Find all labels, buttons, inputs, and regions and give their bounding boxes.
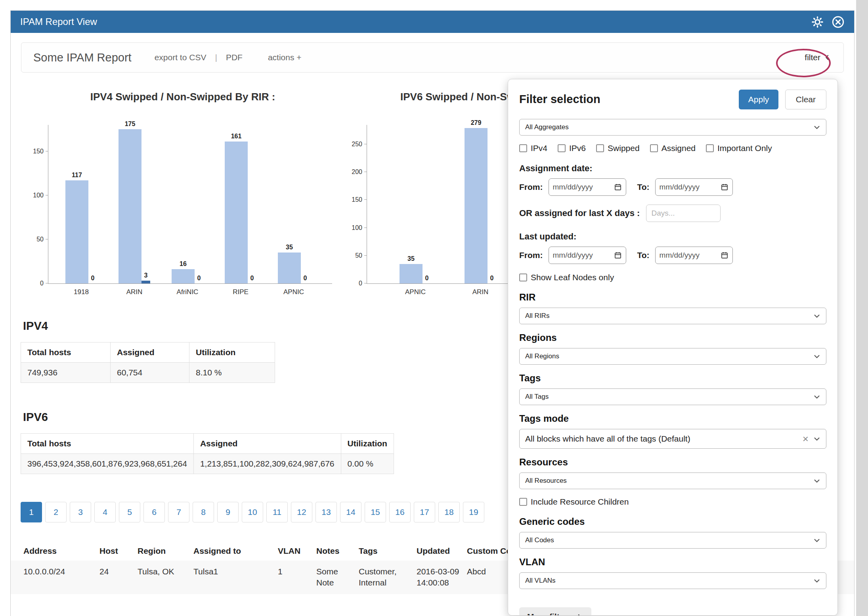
page-button-10[interactable]: 10 <box>242 502 263 522</box>
page-button-13[interactable]: 13 <box>315 502 337 522</box>
checkbox-label: Show Leaf Nodes only <box>531 273 614 282</box>
y-tick-mark <box>364 144 367 144</box>
page-button-1[interactable]: 1 <box>21 502 42 522</box>
show-leaf-nodes-checkbox[interactable]: Show Leaf Nodes only <box>519 273 826 282</box>
ipam-report-window: IPAM Report View <box>10 10 855 616</box>
window-titlebar: IPAM Report View <box>11 11 854 33</box>
table-cell: 0.00 % <box>341 454 394 474</box>
last-updated-from-input[interactable]: mm/dd/yyyy <box>549 247 626 264</box>
checkbox-input[interactable] <box>519 498 527 506</box>
clear-selection-icon[interactable]: × <box>803 434 809 444</box>
checkbox-input[interactable] <box>650 144 658 152</box>
days-input[interactable] <box>646 205 721 222</box>
page-button-6[interactable]: 6 <box>143 502 165 522</box>
page-button-19[interactable]: 19 <box>463 502 484 522</box>
checkbox-assigned[interactable]: Assigned <box>650 143 696 153</box>
chart-plot: 050100150117019181753ARIN160AfriNIC1610R… <box>48 125 332 284</box>
checkbox-input[interactable] <box>519 144 527 152</box>
table-row: 396,453,924,358,601,876,923,968,651,264 … <box>21 454 394 474</box>
filter-panel-title: Filter selection <box>519 90 600 106</box>
rir-select[interactable]: All RIRs <box>519 308 826 324</box>
y-tick-mark <box>46 239 48 239</box>
from-label: From: <box>519 182 543 192</box>
page-button-11[interactable]: 11 <box>266 502 288 522</box>
table-cell: 396,453,924,358,601,876,923,968,651,264 <box>21 454 194 474</box>
export-csv-link[interactable]: export to CSV <box>155 53 206 62</box>
y-tick-mark <box>364 255 367 256</box>
select-value: All VLANs <box>525 577 556 585</box>
last-updated-to-input[interactable]: mm/dd/yyyy <box>655 247 733 264</box>
y-tick-label: 250 <box>352 141 362 148</box>
column-header: Region <box>134 541 190 561</box>
bar-group-1918: 11701918 <box>55 125 108 283</box>
page-button-4[interactable]: 4 <box>94 502 116 522</box>
table-cell: 24 <box>96 561 134 594</box>
actions-menu[interactable]: actions + <box>268 53 302 62</box>
checkbox-input[interactable] <box>596 144 604 152</box>
checkbox-important-only[interactable]: Important Only <box>706 143 772 153</box>
page-button-8[interactable]: 8 <box>193 502 214 522</box>
filter-toggle-button[interactable]: filter <box>805 53 832 62</box>
bar-value-label: 0 <box>91 275 95 282</box>
bar-value-label: 16 <box>180 260 187 268</box>
more-filters-button[interactable]: More filters <box>519 607 591 616</box>
checkbox-swipped[interactable]: Swipped <box>596 143 640 153</box>
close-window-icon[interactable] <box>832 15 845 29</box>
page-button-17[interactable]: 17 <box>414 502 435 522</box>
table-cell: Some Note <box>313 561 356 594</box>
calendar-icon[interactable] <box>614 251 622 259</box>
page-button-9[interactable]: 9 <box>217 502 239 522</box>
assignment-date-to-input[interactable]: mm/dd/yyyy <box>655 178 733 196</box>
bar-swipped <box>119 129 141 283</box>
select-value: All Codes <box>525 536 554 544</box>
pdf-link[interactable]: PDF <box>226 53 243 62</box>
bar-non-swipped <box>141 281 150 283</box>
chevron-down-icon <box>813 123 821 132</box>
generic-codes-select[interactable]: All Codes <box>519 532 826 549</box>
calendar-icon[interactable] <box>721 183 728 191</box>
table-header-row: Total hosts Assigned Utilization <box>21 342 275 363</box>
settings-gear-icon[interactable] <box>811 16 824 28</box>
page-button-7[interactable]: 7 <box>168 502 189 522</box>
vlan-heading: VLAN <box>519 557 826 568</box>
calendar-icon[interactable] <box>614 183 622 191</box>
date-placeholder: mm/dd/yyyy <box>553 251 593 260</box>
checkbox-label: Swipped <box>608 143 640 153</box>
apply-button[interactable]: Apply <box>739 90 779 109</box>
checkbox-input[interactable] <box>558 144 566 152</box>
bar-value-label: 0 <box>490 275 494 282</box>
chart-ipv4-by-rir: IPV4 Swipped / Non-Swipped By RIR : 0501… <box>24 91 341 284</box>
bar-group-arin: 1753ARIN <box>108 125 161 283</box>
page-button-5[interactable]: 5 <box>119 502 140 522</box>
bar-swipped <box>65 180 88 283</box>
vlan-select[interactable]: All VLANs <box>519 572 826 589</box>
column-header: Assigned to <box>190 541 275 561</box>
resources-select[interactable]: All Resources <box>519 473 826 489</box>
page-button-3[interactable]: 3 <box>70 502 91 522</box>
column-header: Notes <box>313 541 356 561</box>
checkbox-ipv4[interactable]: IPv4 <box>519 143 547 153</box>
tags-select[interactable]: All Tags <box>519 388 826 405</box>
regions-select[interactable]: All Regions <box>519 348 826 365</box>
page-button-12[interactable]: 12 <box>291 502 312 522</box>
page-button-14[interactable]: 14 <box>340 502 361 522</box>
checkbox-input[interactable] <box>706 144 714 152</box>
page-button-18[interactable]: 18 <box>438 502 460 522</box>
table-header-row: Total hosts Assigned Utilization <box>21 434 394 454</box>
report-title: Some IPAM Report <box>33 51 132 64</box>
aggregates-select[interactable]: All Aggregates <box>519 119 826 136</box>
include-resource-children-checkbox[interactable]: Include Resource Children <box>519 497 826 507</box>
assignment-date-from-input[interactable]: mm/dd/yyyy <box>549 178 626 196</box>
y-tick-label: 100 <box>33 192 44 199</box>
page-button-2[interactable]: 2 <box>45 502 67 522</box>
y-tick-label: 0 <box>40 280 44 287</box>
clear-button[interactable]: Clear <box>785 90 826 109</box>
checkbox-input[interactable] <box>519 274 527 281</box>
calendar-icon[interactable] <box>721 251 728 259</box>
window-title: IPAM Report View <box>20 16 811 27</box>
checkbox-ipv6[interactable]: IPv6 <box>558 143 586 153</box>
tags-mode-select[interactable]: All blocks which have all of the tags (D… <box>519 429 826 449</box>
page-button-16[interactable]: 16 <box>389 502 411 522</box>
checkbox-label: Important Only <box>717 143 772 153</box>
page-button-15[interactable]: 15 <box>365 502 386 522</box>
